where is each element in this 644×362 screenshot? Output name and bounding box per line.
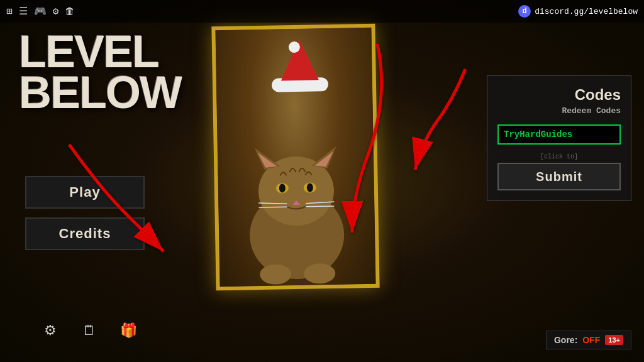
trash-icon[interactable]: 🗑 xyxy=(65,6,75,18)
codes-subtitle: Redeem Codes xyxy=(497,106,621,116)
submit-button[interactable]: Submit xyxy=(497,163,621,190)
controller-icon[interactable]: 🎮 xyxy=(34,5,47,18)
gift-icon: 🎁 xyxy=(120,322,137,339)
list-button[interactable]: 🗒 xyxy=(77,318,102,343)
settings-button[interactable]: ⚙ xyxy=(38,318,63,343)
topbar: ⊞ ☰ 🎮 ⚙ 🗑 d discord.gg/levelbelow xyxy=(0,0,644,23)
cat-frame xyxy=(211,24,379,290)
svg-line-14 xyxy=(306,206,334,207)
submit-hint: [click to] xyxy=(497,153,621,160)
title-line1: Level xyxy=(19,31,181,72)
play-button[interactable]: Play xyxy=(25,176,145,209)
discord-link[interactable]: d discord.gg/levelbelow xyxy=(518,5,638,18)
age-rating-badge: 13+ xyxy=(605,335,623,345)
codes-title: Codes xyxy=(497,86,621,104)
title-line2: Below xyxy=(19,72,181,113)
bottom-icons: ⚙ 🗒 🎁 xyxy=(38,318,141,343)
settings-icon: ⚙ xyxy=(44,322,57,339)
list-icon: 🗒 xyxy=(82,322,96,339)
credits-button[interactable]: Credits xyxy=(25,217,145,250)
gore-label: Gore: xyxy=(554,335,577,345)
menu-icon[interactable]: ☰ xyxy=(19,5,28,18)
cat-illustration xyxy=(226,108,367,287)
cat-photo xyxy=(215,28,375,287)
code-input[interactable] xyxy=(497,124,621,145)
gore-status: OFF xyxy=(582,335,600,345)
santa-hat xyxy=(271,41,328,92)
discord-text: discord.gg/levelbelow xyxy=(535,7,638,16)
gift-button[interactable]: 🎁 xyxy=(116,318,141,343)
gore-toggle: Gore: OFF 13+ xyxy=(546,331,631,349)
codes-panel: Codes Redeem Codes [click to] Submit xyxy=(487,75,631,201)
svg-line-12 xyxy=(258,207,287,207)
gear-icon[interactable]: ⚙ xyxy=(53,5,59,18)
grid-icon[interactable]: ⊞ xyxy=(6,5,13,18)
title-text: Level Below xyxy=(19,31,181,113)
game-title: Level Below xyxy=(19,31,181,113)
menu-buttons: Play Credits xyxy=(25,176,145,250)
discord-icon: d xyxy=(518,5,531,18)
topbar-icons: ⊞ ☰ 🎮 ⚙ 🗑 xyxy=(6,5,75,18)
